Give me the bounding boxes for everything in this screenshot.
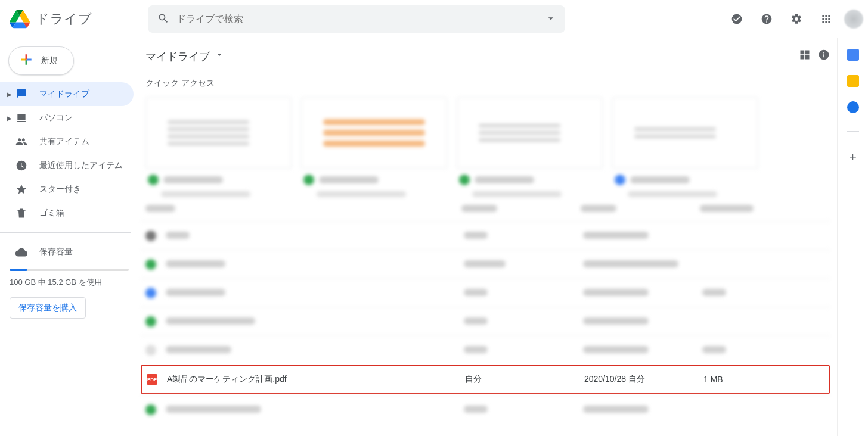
shared-icon [14,136,29,148]
trash-icon [14,207,29,219]
computers-icon [14,112,29,124]
nav-starred[interactable]: スター付き [0,177,138,201]
file-row[interactable] [141,278,830,307]
quick-card[interactable] [612,97,758,197]
file-row[interactable] [141,307,830,335]
quick-access [141,97,830,197]
nav-shared[interactable]: 共有アイテム [0,130,138,154]
file-row-highlighted[interactable]: PDF A製品のマーケティング計画.pdf 自分 2020/10/28 自分 1… [141,365,830,394]
quick-access-title: クイック アクセス [145,78,830,89]
file-row[interactable] [141,335,830,364]
search-input[interactable] [176,14,545,24]
new-button-label: 新規 [41,55,58,66]
nav-computers[interactable]: ▶パソコン [0,106,138,130]
file-date: 2020/10/28 自分 [584,374,703,385]
add-addon-icon[interactable]: + [849,150,857,165]
nav-trash[interactable]: ゴミ箱 [0,201,138,225]
nav-recent[interactable]: 最近使用したアイテム [0,154,138,177]
product-name: ドライブ [36,10,92,28]
offline-ready-icon[interactable] [725,7,749,31]
star-icon [14,183,29,195]
file-row[interactable] [141,250,830,278]
account-avatar[interactable] [844,10,863,29]
search-options-icon[interactable] [545,13,557,26]
chevron-down-icon [215,50,224,63]
keep-addon-icon[interactable] [847,75,859,87]
search-bar[interactable] [148,5,565,33]
apps-grid-icon[interactable] [814,7,838,31]
settings-gear-icon[interactable] [785,7,808,31]
nav-my-drive[interactable]: ▶マイドライブ [0,82,134,106]
cloud-icon [14,246,29,258]
file-name: A製品のマーケティング計画.pdf [167,374,465,385]
file-row[interactable] [141,221,830,250]
file-size: 1 MB [703,375,829,384]
help-icon[interactable] [755,7,779,31]
quick-card[interactable] [457,97,603,197]
quick-card[interactable] [301,97,447,197]
pdf-icon: PDF [147,374,157,385]
grid-view-icon[interactable] [799,49,811,64]
file-row[interactable] [141,395,830,423]
storage-bar [10,269,129,271]
file-owner: 自分 [465,374,584,385]
calendar-addon-icon[interactable] [847,49,859,61]
logo-area[interactable]: ドライブ [10,9,148,29]
list-header [141,197,830,221]
buy-storage-button[interactable]: 保存容量を購入 [10,297,86,319]
plus-icon [18,52,34,70]
new-button[interactable]: 新規 [8,46,74,75]
info-icon[interactable] [818,49,830,64]
main-content: マイドライブ クイック アクセス [138,38,837,436]
breadcrumb[interactable]: マイドライブ [141,44,830,66]
recent-icon [14,160,29,172]
search-icon [157,13,169,26]
nav-storage[interactable]: 保存容量 [0,240,138,264]
header: ドライブ [0,0,868,38]
storage-text: 100 GB 中 15.2 GB を使用 [10,277,129,288]
drive-logo-icon [10,9,30,29]
my-drive-icon [14,88,29,100]
side-panel: + [837,38,868,436]
tasks-addon-icon[interactable] [847,101,859,113]
sidebar: 新規 ▶マイドライブ ▶パソコン 共有アイテム 最近使用したアイテム スター付き… [0,38,138,436]
quick-card[interactable] [145,97,292,197]
file-list: PDF A製品のマーケティング計画.pdf 自分 2020/10/28 自分 1… [141,221,830,423]
